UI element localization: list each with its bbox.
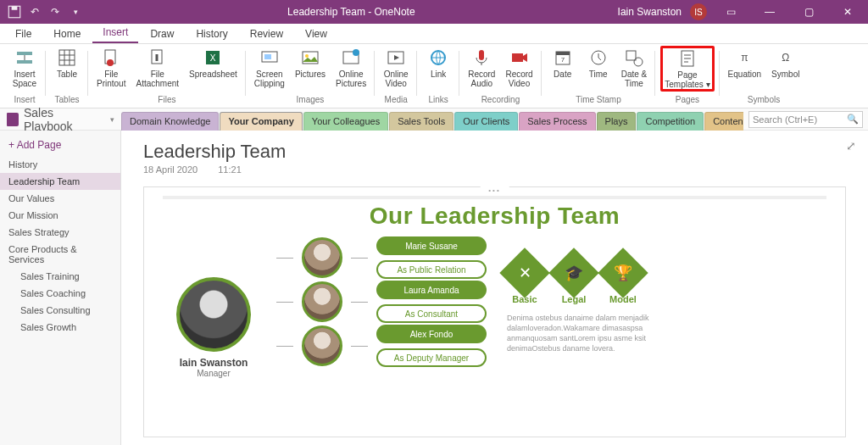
page-title[interactable]: Leadership Team [143,141,846,163]
ribbon-group-label: Time Stamp [576,95,621,107]
page-item[interactable]: Our Mission [0,207,120,224]
ribbon-item-label: Screen Clipping [254,70,285,88]
ribbon-tab-insert[interactable]: Insert [92,23,138,43]
mic-icon [471,47,492,68]
svg-point-6 [107,59,114,66]
ribbon-table-button[interactable]: Table [51,46,83,81]
page-item[interactable]: Sales Consulting [0,302,120,319]
ribbon-time-button[interactable]: Time [582,46,615,81]
ribbon-symbol-button[interactable]: ΩSymbol [768,46,803,81]
ribbon-tab-draw[interactable]: Draw [140,25,184,43]
connector [351,302,368,303]
ribbon-date-button[interactable]: 7Date [547,46,579,81]
section-tab-sales-tools[interactable]: Sales Tools [389,112,453,131]
ribbon-group-label: Symbols [748,95,780,107]
ribbon-tab-review[interactable]: Review [240,25,293,43]
section-tab-your-company[interactable]: Your Company [220,112,302,131]
page-item[interactable]: History [0,156,120,173]
notebook-name: Sales Playbook [24,106,105,133]
svg-rect-1 [12,6,18,10]
org-branch: Laura Amanda As Consultant [276,281,487,323]
ribbon-pictures-button[interactable]: Pictures [292,46,329,81]
ribbon-tab-view[interactable]: View [295,25,337,43]
section-tab-competition[interactable]: Competition [637,112,704,131]
section-tab-sales-process[interactable]: Sales Process [519,112,595,131]
notebook-selector[interactable]: Sales Playbook ▾ [0,106,121,133]
close-button[interactable]: ✕ [832,0,863,24]
ribbon-link-button[interactable]: Link [422,46,454,81]
ribbon-group-label: Tables [55,95,80,107]
user-name[interactable]: Iain Swanston [618,6,682,18]
content-container[interactable]: Our Leadership Team Iain Swanston Manage… [143,186,846,437]
org-chart: Iain Swanston Manager Marie Susane As Pu… [163,236,826,378]
ribbon-group-label: Recording [481,95,520,107]
search-input[interactable]: Search (Ctrl+E) 🔍 [748,111,863,128]
page-item[interactable]: Leadership Team [0,173,120,190]
redo-icon[interactable]: ↷ [47,4,63,19]
member-role: As Deputy Manager [376,348,487,367]
ribbon-tab-history[interactable]: History [186,25,237,43]
connector [351,346,368,347]
ribbon-file-printout-button[interactable]: File Printout [93,46,129,90]
template-icon [677,48,698,69]
expand-icon[interactable]: ⤢ [846,139,856,153]
ribbon-display-icon[interactable]: ▭ [715,0,746,24]
ribbon-template-button[interactable]: Page Templates ▾ [660,46,714,92]
page-date[interactable]: 18 April 2020 [143,164,198,175]
section-tab-domain-knowledge[interactable]: Domain Knowledge [121,112,219,131]
ribbon-item-label: Table [57,70,77,79]
ribbon-insert-space-button[interactable]: Insert Space [8,46,41,90]
save-icon[interactable] [7,4,22,19]
ribbon-equation-button[interactable]: πEquation [725,46,765,81]
section-tab-our-clients[interactable]: Our Clients [454,112,518,131]
page-item[interactable]: Our Values [0,190,120,207]
ribbon-item-label: Insert Space [13,70,36,88]
page-item[interactable]: Sales Coaching [0,285,120,302]
connector [276,258,293,259]
minimize-button[interactable]: — [754,0,785,24]
info-column: ✕Basic🎓Legal🏆Model Denima ostebus danaim… [507,236,676,353]
ribbon-spreadsheet-button[interactable]: XSpreadsheet [186,46,241,81]
page-canvas[interactable]: ⤢ Leadership Team 18 April 2020 11:21 Ou… [121,131,868,445]
add-page-button[interactable]: + Add Page [0,134,120,156]
ribbon-mic-button[interactable]: Record Audio [465,46,498,90]
ribbon-item-label: Record Audio [468,70,495,88]
ribbon-item-label: Record Video [505,70,532,88]
info-cards: ✕Basic🎓Legal🏆Model [507,255,676,304]
member-name: Marie Susane [376,236,487,255]
ribbon-group-insert: Insert SpaceInsert [3,46,46,108]
ribbon-file-attach-button[interactable]: File Attachment [132,46,182,90]
ribbon-group-images: Screen ClippingPicturesOnline PicturesIm… [246,46,375,108]
ribbon-item-label: Equation [728,70,761,79]
ribbon-item-label: File Printout [97,70,125,88]
ribbon-online-pics-button[interactable]: Online Pictures [332,46,370,90]
ribbon-group-symbols: πEquationΩSymbolSymbols [720,46,809,108]
qat-dropdown-icon[interactable]: ▾ [68,4,83,19]
link-icon [428,47,448,68]
page-item[interactable]: Core Products & Services [0,241,120,268]
ribbon-cam-button[interactable]: Record Video [502,46,536,90]
undo-icon[interactable]: ↶ [27,4,42,19]
info-text: Denima ostebus danaime dalam menjadik da… [507,313,676,353]
connector [276,302,293,303]
section-tab-plays[interactable]: Plays [597,112,637,131]
page-time[interactable]: 11:21 [218,164,242,175]
info-card-legal: 🎓Legal [556,255,592,304]
ribbon-datetime-button[interactable]: Date & Time [618,46,651,90]
ribbon-item-label: Date [554,70,571,79]
ribbon-tab-file[interactable]: File [5,25,42,43]
file-attach-icon [147,47,168,68]
page-item[interactable]: Sales Training [0,268,120,285]
ribbon-group-links: LinkLinks [417,46,459,108]
section-tab-your-colleagues[interactable]: Your Colleagues [303,112,388,131]
page-item[interactable]: Sales Strategy [0,224,120,241]
ribbon-video-button[interactable]: Online Video [380,46,412,90]
ribbon-tab-home[interactable]: Home [43,25,91,43]
svg-text:X: X [210,53,216,63]
user-avatar[interactable]: IS [690,3,707,20]
page-item[interactable]: Sales Growth [0,319,120,336]
manager-avatar [176,277,251,352]
maximize-button[interactable]: ▢ [793,0,824,24]
ribbon-screen-clip-button[interactable]: Screen Clipping [251,46,288,90]
section-tab-content[interactable]: Content [704,112,743,131]
